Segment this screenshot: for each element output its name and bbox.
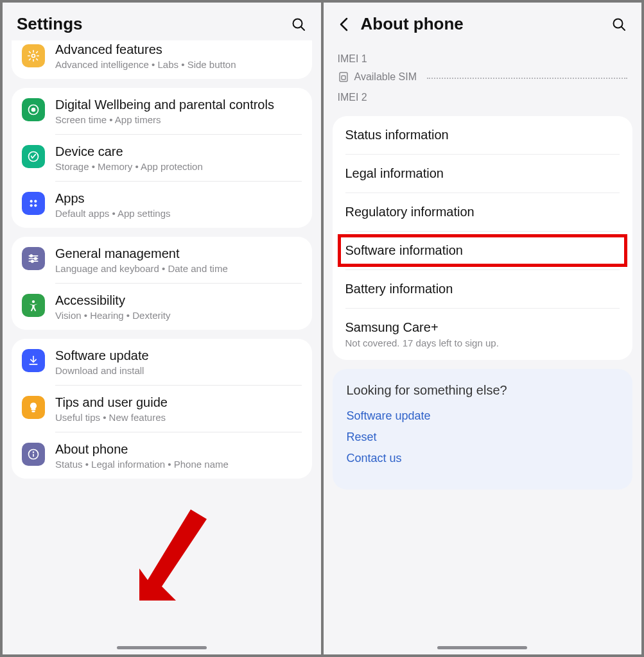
row-subtitle: Useful tips • New features: [55, 412, 302, 423]
row-texts: Advanced featuresAdvanced intelligence •…: [55, 43, 302, 70]
svg-point-13: [30, 255, 32, 257]
tips-icon: [22, 396, 45, 419]
about-row-regulatory-information[interactable]: Regulatory information: [333, 193, 633, 231]
adv-icon: [22, 44, 45, 67]
general-icon: [22, 247, 45, 270]
suggestion-link[interactable]: Contact us: [347, 452, 619, 465]
about-row-status-information[interactable]: Status information: [333, 116, 633, 154]
about-row-title: Battery information: [345, 282, 620, 296]
svg-point-8: [30, 204, 33, 207]
svg-line-1: [300, 26, 304, 30]
about-title: About phone: [361, 14, 600, 34]
settings-group: Software updateDownload and installTips …: [12, 339, 312, 479]
about-row-samsung-care-[interactable]: Samsung Care+Not covered. 17 days left t…: [333, 309, 633, 360]
svg-rect-24: [342, 76, 345, 80]
row-title: Tips and user guide: [55, 395, 302, 411]
back-button[interactable]: [338, 19, 349, 30]
about-row-legal-information[interactable]: Legal information: [333, 155, 633, 192]
about-row-title: Samsung Care+: [345, 320, 620, 335]
accessibility-icon: [22, 294, 45, 317]
sim-icon: [338, 71, 349, 83]
imei-block: IMEI 1 Available SIM IMEI 2: [324, 40, 642, 116]
svg-rect-20: [33, 454, 34, 457]
about-row-software-information[interactable]: Software information: [333, 232, 633, 269]
about-phone-screen: About phone IMEI 1 Available SIM IMEI 2 …: [324, 3, 642, 654]
svg-point-2: [32, 55, 35, 58]
suggestion-link[interactable]: Software update: [347, 409, 619, 423]
home-indicator[interactable]: [437, 646, 527, 649]
row-title: Software update: [55, 348, 302, 364]
svg-point-6: [30, 200, 33, 203]
home-indicator[interactable]: [117, 646, 207, 649]
row-title: About phone: [55, 441, 302, 457]
suggestions-card: Looking for something else? Software upd…: [333, 369, 633, 490]
row-texts: About phoneStatus • Legal information • …: [55, 441, 302, 470]
suggestion-link[interactable]: Reset: [347, 431, 619, 444]
about-row-title: Status information: [345, 128, 620, 142]
svg-point-19: [33, 451, 35, 453]
about-header: About phone: [324, 3, 642, 40]
settings-row-devicecare[interactable]: Device careStorage • Memory • App protec…: [12, 135, 312, 181]
imei1-label: IMEI 1: [338, 53, 628, 65]
row-texts: Software updateDownload and install: [55, 348, 302, 376]
settings-group: Advanced featuresAdvanced intelligence •…: [12, 40, 312, 79]
available-sim-row: Available SIM: [338, 71, 628, 83]
row-subtitle: Storage • Memory • App protection: [55, 161, 302, 172]
row-title: Advanced features: [55, 42, 302, 58]
settings-header: Settings: [3, 3, 321, 40]
svg-point-9: [34, 204, 37, 207]
svg-point-15: [31, 260, 33, 262]
row-texts: AccessibilityVision • Hearing • Dexterit…: [55, 293, 302, 321]
svg-point-14: [35, 257, 37, 259]
settings-row-adv[interactable]: Advanced featuresAdvanced intelligence •…: [12, 40, 312, 79]
about-row-battery-information[interactable]: Battery information: [333, 270, 633, 308]
row-subtitle: Default apps • App settings: [55, 208, 302, 219]
svg-point-16: [32, 300, 35, 303]
row-texts: Device careStorage • Memory • App protec…: [55, 144, 302, 172]
settings-group: General managementLanguage and keyboard …: [12, 237, 312, 330]
row-title: Apps: [55, 191, 302, 207]
about-icon: [22, 443, 45, 466]
about-row-title: Regulatory information: [345, 205, 620, 219]
settings-row-accessibility[interactable]: AccessibilityVision • Hearing • Dexterit…: [12, 284, 312, 330]
svg-point-7: [34, 200, 37, 203]
row-title: Device care: [55, 144, 302, 160]
row-texts: AppsDefault apps • App settings: [55, 191, 302, 219]
search-button[interactable]: [290, 16, 307, 33]
devicecare-icon: [22, 145, 45, 168]
row-texts: Tips and user guideUseful tips • New fea…: [55, 395, 302, 423]
settings-screen: Settings Advanced featuresAdvanced intel…: [3, 3, 321, 654]
settings-row-about[interactable]: About phoneStatus • Legal information • …: [12, 432, 312, 479]
chevron-left-icon: [339, 17, 348, 31]
settings-title: Settings: [17, 14, 279, 34]
row-subtitle: Language and keyboard • Date and time: [55, 263, 302, 274]
row-subtitle: Vision • Hearing • Dexterity: [55, 310, 302, 321]
row-subtitle: Screen time • App timers: [55, 114, 302, 125]
svg-point-4: [31, 108, 36, 112]
settings-row-apps[interactable]: AppsDefault apps • App settings: [12, 182, 312, 228]
search-button[interactable]: [611, 16, 627, 33]
update-icon: [22, 349, 45, 372]
search-icon: [291, 17, 306, 32]
row-title: Digital Wellbeing and parental controls: [55, 97, 302, 113]
settings-row-wellbeing[interactable]: Digital Wellbeing and parental controlsS…: [12, 88, 312, 134]
settings-row-tips[interactable]: Tips and user guideUseful tips • New fea…: [12, 386, 312, 432]
svg-line-22: [622, 26, 625, 30]
settings-row-general[interactable]: General managementLanguage and keyboard …: [12, 237, 312, 283]
row-subtitle: Status • Legal information • Phone name: [55, 459, 302, 470]
row-subtitle: Download and install: [55, 365, 302, 376]
settings-row-update[interactable]: Software updateDownload and install: [12, 339, 312, 385]
row-texts: Digital Wellbeing and parental controlsS…: [55, 97, 302, 125]
imei2-label: IMEI 2: [338, 92, 628, 103]
svg-rect-23: [340, 73, 347, 81]
search-icon: [611, 17, 627, 32]
settings-group: Digital Wellbeing and parental controlsS…: [12, 88, 312, 228]
about-row-title: Legal information: [345, 166, 620, 181]
suggestions-title: Looking for something else?: [347, 383, 619, 398]
about-row-subtitle: Not covered. 17 days left to sign up.: [345, 337, 620, 348]
row-subtitle: Advanced intelligence • Labs • Side butt…: [55, 59, 302, 70]
wellbeing-icon: [22, 98, 45, 121]
settings-list[interactable]: Advanced featuresAdvanced intelligence •…: [3, 40, 321, 654]
available-sim-label: Available SIM: [354, 71, 417, 83]
row-texts: General managementLanguage and keyboard …: [55, 246, 302, 274]
